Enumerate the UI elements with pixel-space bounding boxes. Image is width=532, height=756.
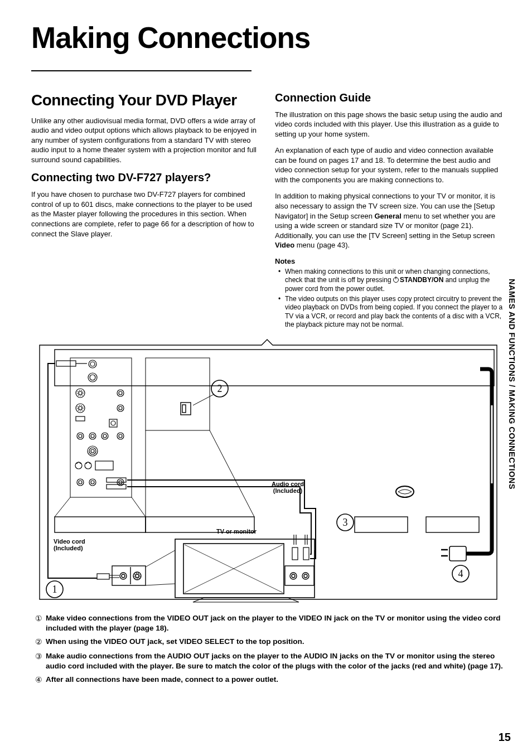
step-number-2: ② (31, 637, 46, 647)
svg-rect-59 (175, 539, 315, 598)
step-number-1: ① (31, 613, 46, 633)
subheading-connection-guide: Connection Guide (275, 91, 505, 104)
svg-text:1: 1 (52, 584, 57, 595)
svg-line-50 (210, 430, 254, 517)
bold-standby: STANDBY/ON (400, 276, 443, 284)
main-title: Making Connections (31, 22, 505, 54)
svg-rect-68 (285, 566, 314, 585)
svg-point-21 (77, 433, 84, 439)
subheading-two-players: Connecting two DV-F727 players? (31, 171, 262, 184)
svg-point-69 (290, 573, 297, 579)
side-section-label: NAMES AND FUNCTIONS / MAKING CONNECTIONS (507, 279, 516, 490)
body-paragraph: The illustration on this page shows the … (275, 110, 505, 139)
body-paragraph: An explanation of each type of audio and… (275, 146, 505, 185)
svg-rect-4 (56, 361, 76, 366)
svg-point-32 (75, 462, 82, 469)
svg-point-2 (89, 360, 96, 368)
svg-rect-74 (449, 546, 466, 561)
svg-rect-76 (355, 517, 408, 532)
svg-point-28 (119, 434, 122, 438)
svg-text:3: 3 (343, 517, 348, 528)
svg-point-9 (79, 391, 82, 395)
note-item: When making connections to this unit or … (280, 268, 505, 294)
svg-point-11 (117, 390, 124, 396)
step-text: Make video connections from the VIDEO OU… (46, 613, 505, 633)
svg-point-36 (79, 481, 82, 484)
svg-point-23 (89, 433, 96, 439)
svg-point-35 (77, 479, 84, 486)
two-column-layout: Connecting Your DVD Player Unlike any ot… (31, 91, 505, 331)
step-number-4: ④ (31, 675, 46, 685)
svg-point-12 (119, 391, 122, 395)
svg-point-3 (90, 362, 95, 366)
svg-point-17 (119, 406, 122, 410)
svg-point-16 (117, 405, 124, 411)
step-item: ③ Make audio connections from the AUDIO … (31, 651, 505, 671)
bold-general: General (375, 212, 402, 220)
svg-text:4: 4 (458, 568, 463, 579)
svg-rect-56 (303, 547, 309, 560)
notes-heading: Notes (275, 257, 505, 265)
svg-point-27 (117, 433, 124, 439)
svg-line-44 (132, 497, 146, 517)
svg-point-65 (136, 574, 139, 578)
notes-list: When making connections to this unit or … (275, 268, 505, 329)
svg-rect-40 (107, 484, 126, 489)
body-paragraph: Unlike any other audiovisual media forma… (31, 116, 262, 165)
svg-point-25 (101, 433, 108, 439)
label-tv-monitor: TV or monitor (203, 528, 270, 535)
body-paragraph: In addition to making physical connectio… (275, 191, 505, 250)
svg-line-53 (193, 394, 214, 405)
svg-rect-18 (76, 416, 85, 421)
label-audio-cord: Audio cord (Included) (257, 481, 318, 494)
svg-line-43 (55, 497, 70, 517)
svg-point-14 (79, 406, 82, 410)
step-item: ① Make video connections from the VIDEO … (31, 613, 505, 633)
title-rule (31, 70, 252, 71)
svg-rect-57 (97, 574, 109, 579)
label-video-cord: Video cord (Included) (54, 538, 109, 551)
svg-point-22 (79, 434, 82, 438)
svg-point-38 (91, 481, 94, 484)
svg-rect-0 (55, 350, 494, 386)
body-paragraph: If you have chosen to purchase two DV-F7… (31, 190, 262, 239)
right-column: Connection Guide The illustration on thi… (275, 91, 505, 331)
svg-point-33 (85, 462, 91, 469)
step-text: When using the VIDEO OUT jack, set VIDEO… (46, 637, 505, 647)
steps-list: ① Make video connections from the VIDEO … (31, 613, 505, 685)
svg-point-24 (91, 434, 94, 438)
svg-point-62 (120, 573, 127, 579)
svg-point-7 (90, 375, 95, 380)
step-number-3: ③ (31, 651, 46, 671)
svg-rect-1 (70, 358, 132, 497)
svg-rect-77 (426, 517, 479, 532)
svg-point-63 (122, 574, 125, 578)
power-icon (393, 277, 399, 283)
connection-diagram: Audio cord (Included) Video cord (Includ… (31, 338, 505, 603)
svg-rect-19 (109, 419, 117, 427)
note-item: The video outputs on this player uses co… (280, 295, 505, 329)
step-text: After all connections have been made, co… (46, 675, 505, 685)
svg-point-37 (89, 479, 96, 486)
svg-rect-34 (95, 461, 113, 470)
svg-rect-45 (55, 517, 146, 532)
bold-video: Video (275, 241, 294, 249)
svg-point-20 (111, 421, 115, 425)
page-number: 15 (499, 731, 511, 744)
svg-rect-46 (146, 358, 210, 430)
text-run: menu (page 43). (294, 241, 350, 249)
svg-point-70 (292, 574, 295, 578)
step-item: ② When using the VIDEO OUT jack, set VID… (31, 637, 505, 647)
svg-point-31 (91, 449, 94, 453)
svg-text:2: 2 (217, 383, 223, 394)
svg-point-71 (302, 573, 309, 579)
step-item: ④ After all connections have been made, … (31, 675, 505, 685)
svg-point-72 (304, 574, 307, 578)
svg-rect-48 (182, 405, 186, 413)
left-column: Connecting Your DVD Player Unlike any ot… (31, 91, 262, 331)
section-heading-connecting: Connecting Your DVD Player (31, 91, 262, 109)
svg-rect-55 (292, 547, 298, 560)
svg-point-30 (89, 448, 96, 454)
step-text: Make audio connections from the AUDIO OU… (46, 651, 505, 671)
svg-point-26 (103, 434, 107, 438)
